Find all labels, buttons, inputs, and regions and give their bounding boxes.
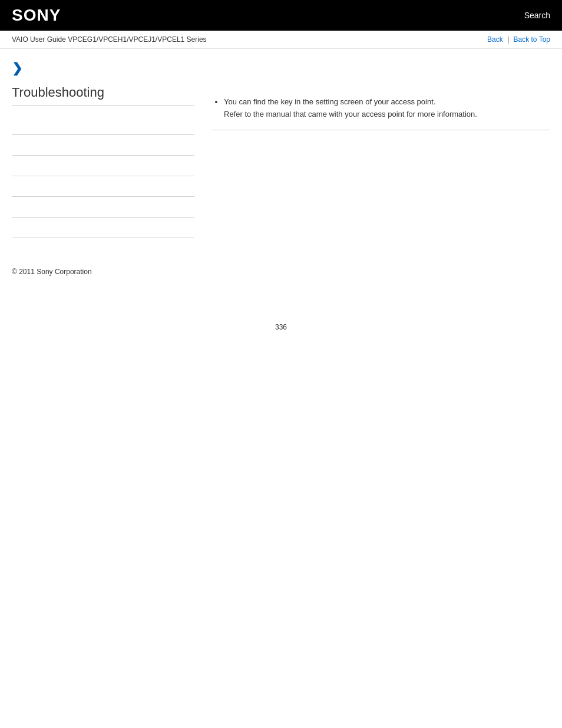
list-item <box>12 218 194 238</box>
content-body: You can find the key in the setting scre… <box>212 61 550 130</box>
sidebar-nav <box>12 114 194 238</box>
content-list: You can find the key in the setting scre… <box>212 96 550 121</box>
main-content: ❯ Troubleshooting You can find the key i… <box>0 49 562 238</box>
footer: © 2011 Sony Corporation <box>0 250 562 276</box>
sidebar-nav-link[interactable] <box>12 182 194 190</box>
list-item <box>12 135 194 156</box>
separator: | <box>507 35 509 44</box>
sidebar: ❯ Troubleshooting <box>12 61 194 238</box>
content-list-item: You can find the key in the setting scre… <box>224 96 550 121</box>
back-link[interactable]: Back <box>487 35 503 44</box>
sidebar-nav-link[interactable] <box>12 141 194 149</box>
nav-bar: VAIO User Guide VPCEG1/VPCEH1/VPCEJ1/VPC… <box>0 31 562 49</box>
list-item <box>12 156 194 176</box>
section-title: Troubleshooting <box>12 85 194 106</box>
bullet-sub-text: Refer to the manual that came with your … <box>224 108 550 121</box>
content-divider <box>212 130 550 130</box>
content-area: You can find the key in the setting scre… <box>212 61 550 238</box>
nav-links: Back | Back to Top <box>487 35 550 44</box>
list-item <box>12 197 194 218</box>
guide-title: VAIO User Guide VPCEG1/VPCEH1/VPCEJ1/VPC… <box>12 35 207 44</box>
back-to-top-link[interactable]: Back to Top <box>514 35 550 44</box>
sidebar-nav-link[interactable] <box>12 223 194 232</box>
breadcrumb-arrow: ❯ <box>12 61 194 76</box>
sony-logo: SONY <box>12 6 61 25</box>
sidebar-nav-link[interactable] <box>12 120 194 129</box>
sidebar-nav-link[interactable] <box>12 203 194 211</box>
list-item <box>12 114 194 135</box>
page-number: 336 <box>0 323 562 343</box>
header: SONY Search <box>0 0 562 31</box>
search-button[interactable]: Search <box>524 11 550 20</box>
copyright-text: © 2011 Sony Corporation <box>12 268 550 276</box>
sidebar-nav-link[interactable] <box>12 162 194 170</box>
bullet-main-text: You can find the key in the setting scre… <box>224 97 435 106</box>
list-item <box>12 176 194 197</box>
